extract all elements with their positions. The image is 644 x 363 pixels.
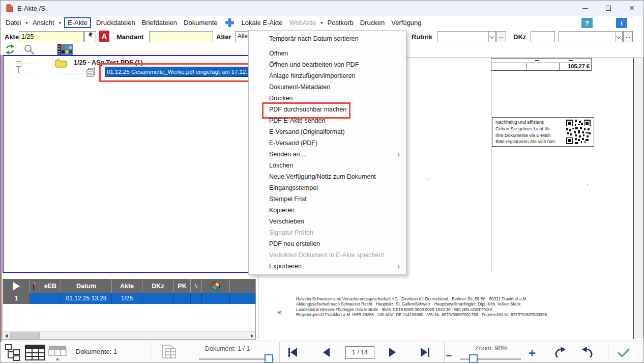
last-page-button[interactable] — [421, 348, 429, 357]
document-slider[interactable] — [199, 358, 274, 360]
column-header-datum[interactable]: Datum — [61, 279, 112, 293]
submenu-arrow-icon: › — [397, 149, 400, 160]
first-page-button[interactable] — [288, 348, 297, 357]
table-view-button[interactable] — [25, 345, 45, 362]
menu-item-druckdateien[interactable]: Druckdateien — [96, 19, 135, 26]
context-menu: Temporär nach Datum sortierenÖffnenÖffne… — [248, 30, 406, 275]
table-cell[interactable] — [174, 293, 191, 304]
column-header-akte[interactable]: Akte — [112, 279, 142, 293]
context-menu-item[interactable]: Löschen — [249, 160, 406, 171]
page-indicator[interactable]: 1 / 14 — [345, 346, 374, 359]
help-button[interactable]: ? — [581, 18, 593, 28]
tree-view-button[interactable] — [5, 344, 21, 362]
menu-item-datei[interactable]: Datei — [6, 19, 21, 26]
menu-item-drucken[interactable]: Drucken — [360, 19, 385, 26]
table-row[interactable]: 101.12.25 13:281/25 — [3, 293, 255, 304]
mandant-input[interactable] — [149, 31, 213, 42]
context-menu-item[interactable]: Exportieren› — [249, 261, 406, 272]
rubrik-more-button[interactable]: ... — [496, 31, 506, 42]
context-menu-item[interactable]: PDF neu erstellen — [249, 238, 406, 249]
page-grid-button[interactable] — [161, 345, 177, 362]
context-menu-item[interactable]: Neue Verfügung/Notiz zum Dokument — [249, 171, 406, 182]
acrobat-a-icon[interactable]: A — [99, 31, 109, 42]
scroll-left-icon[interactable] — [5, 334, 8, 338]
column-header[interactable] — [230, 279, 255, 293]
collapse-icon[interactable]: − — [16, 61, 21, 67]
close-button[interactable]: × — [620, 1, 643, 16]
context-menu-item[interactable]: Temporär nach Datum sortieren — [249, 33, 406, 44]
chevron-down-icon[interactable]: ▾ — [59, 20, 62, 25]
scrollbar-thumb[interactable] — [10, 332, 40, 339]
column-header[interactable] — [202, 279, 230, 293]
info-button[interactable]: i — [616, 18, 627, 28]
context-menu-item[interactable]: Senden an ...› — [249, 149, 406, 160]
scroll-right-icon[interactable] — [251, 334, 253, 338]
chevron-down-icon[interactable] — [615, 32, 622, 42]
chevron-down-icon[interactable] — [488, 32, 495, 42]
zoom-in-button[interactable]: + — [529, 346, 536, 360]
column-header-eeb[interactable]: eEB — [40, 279, 61, 293]
rotate-right-button[interactable] — [554, 347, 567, 360]
context-menu-item[interactable]: E-Versand (Originalformat) — [249, 126, 406, 137]
context-menu-item[interactable]: PDF E-Akte senden — [249, 115, 406, 126]
context-menu-item[interactable]: Eingangsstempel — [249, 182, 406, 193]
column-header-pk[interactable]: PK — [174, 279, 191, 293]
table-cell[interactable] — [40, 293, 61, 304]
menu-item-dokumente[interactable]: Dokumente — [184, 19, 217, 26]
pin-icon — [88, 32, 93, 39]
refresh-button[interactable] — [5, 44, 15, 56]
next-page-button[interactable] — [389, 348, 396, 357]
table-cell[interactable]: 01.12.25 13:28 — [61, 293, 112, 304]
check-icon — [617, 348, 630, 358]
context-menu-item[interactable]: Kopieren — [249, 205, 406, 216]
document-slider-handle[interactable] — [265, 354, 273, 363]
maximize-button[interactable] — [597, 1, 620, 16]
menu-item-e-akte[interactable]: E-Akte — [64, 17, 91, 28]
minimize-button[interactable] — [573, 1, 597, 16]
zoom-slider-handle[interactable] — [469, 354, 478, 363]
rubrik-select[interactable] — [437, 31, 496, 42]
table-cell[interactable] — [142, 293, 174, 304]
preview-layout-button[interactable] — [48, 345, 67, 363]
context-menu-item[interactable]: PDF durchsuchbar machen — [249, 104, 406, 115]
table-cell[interactable] — [230, 293, 255, 304]
table-cell[interactable] — [30, 293, 40, 304]
table-cell[interactable]: 1/25 — [112, 293, 142, 304]
menu-item-ansicht[interactable]: Ansicht — [33, 19, 54, 26]
confirm-button[interactable] — [617, 348, 630, 359]
horizontal-scrollbar[interactable] — [3, 331, 255, 339]
context-menu-item[interactable]: Dokument-Metadaten — [249, 81, 406, 93]
context-menu-item[interactable]: E-Versand (PDF) — [249, 137, 406, 149]
zoom-out-button[interactable]: – — [446, 349, 452, 361]
menu-item-webakte[interactable]: WebAkte — [289, 19, 316, 26]
dkz-more-button[interactable]: ... — [623, 31, 633, 42]
context-menu-item[interactable]: Verschieben — [249, 216, 406, 227]
akte-input[interactable] — [19, 31, 84, 42]
previous-page-button[interactable] — [323, 348, 330, 357]
chevron-down-icon[interactable]: ▾ — [320, 20, 323, 25]
plus-icon[interactable] — [225, 18, 234, 27]
column-header-dkz[interactable]: DKz — [142, 279, 174, 293]
menu-item-briefdateien[interactable]: Briefdateien — [142, 19, 177, 26]
margin-mark: & — [277, 311, 282, 314]
dkz-input[interactable] — [531, 31, 555, 42]
column-header[interactable] — [3, 279, 30, 293]
column-header[interactable]: ϟ — [191, 279, 202, 293]
table-cell[interactable]: 1 — [3, 293, 30, 304]
pin-button[interactable] — [84, 31, 96, 42]
chevron-down-icon[interactable]: ▾ — [25, 20, 28, 25]
table-cell[interactable] — [202, 293, 230, 304]
footer-line: Aktiengesellschaft nach Schweizer Recht … — [296, 302, 591, 307]
menu-item-lokale-e-akte[interactable]: Lokale E-Akte — [242, 19, 283, 26]
dkz-select[interactable] — [559, 31, 623, 42]
context-menu-item[interactable]: Anlage hinzufügen/importieren — [249, 70, 406, 81]
context-menu-item[interactable]: Öffnen — [249, 48, 406, 59]
column-header[interactable] — [30, 279, 40, 293]
menu-item-postkorb[interactable]: Postkorb — [328, 19, 354, 26]
context-menu-item[interactable]: Stempel Frist — [249, 193, 406, 205]
context-menu-item[interactable]: Öffnen und bearbeiten von PDF — [249, 59, 406, 70]
next-page-icon — [389, 348, 396, 357]
menu-item-verf-gung[interactable]: Verfügung — [391, 19, 421, 26]
table-cell[interactable] — [191, 293, 202, 304]
rotate-left-button[interactable] — [580, 347, 594, 360]
